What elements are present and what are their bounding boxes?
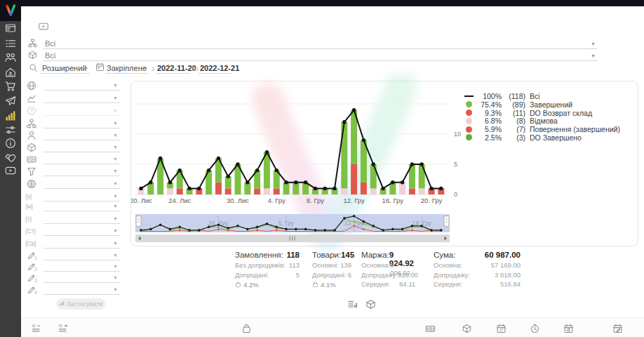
svg-text:ID: ID — [32, 324, 36, 328]
id-sort-desc-icon[interactable]: ID — [32, 324, 43, 334]
chevron-down-icon[interactable]: ▼ — [113, 287, 118, 292]
filter-row-person-icon[interactable]: ▼ — [25, 131, 123, 142]
sidebar-item-orders[interactable] — [5, 38, 16, 49]
calendar-date-icon[interactable]: 17 — [496, 324, 507, 334]
search-mode-select[interactable]: Розширений — [42, 64, 86, 72]
filter-row-4[interactable]: 4▼ — [25, 285, 123, 296]
app-logo[interactable] — [0, 0, 21, 21]
legend-item[interactable]: 2.5%(3)DO Завершено — [464, 133, 635, 142]
navigator-right-handle[interactable] — [444, 216, 449, 227]
chevron-down-icon[interactable]: ▼ — [113, 194, 118, 199]
stats-rows-icon[interactable] — [347, 299, 358, 310]
date-to-label: по — [192, 65, 199, 72]
bag-icon — [235, 281, 241, 289]
chevron-down-icon[interactable]: ▼ — [113, 253, 118, 258]
id-sort-asc-icon[interactable]: ID — [58, 324, 69, 334]
filter-row-{Св}[interactable]: {Св}▼ — [25, 239, 123, 250]
person-icon — [27, 131, 36, 140]
sliders-icon — [5, 124, 16, 136]
chevron-down-icon[interactable]: ▼ — [113, 216, 118, 221]
filter-row-{м}[interactable]: {м}▼ — [25, 201, 123, 213]
chevron-down-icon[interactable]: ▼ — [113, 241, 118, 246]
bar-chart-icon — [5, 110, 16, 121]
sidebar-item-campaigns[interactable] — [5, 95, 16, 107]
chevron-down-icon[interactable]: ▼ — [113, 228, 118, 233]
chevron-down-icon[interactable]: ▼ — [113, 133, 118, 138]
cube-icon[interactable] — [365, 299, 376, 310]
chevron-down-icon[interactable]: ▼ — [113, 264, 118, 269]
sidebar-item-info[interactable] — [5, 138, 16, 149]
chevron-down-icon[interactable]: ▼ — [113, 181, 118, 186]
legend-item[interactable]: 5.9%(7)Повернення (завершений) — [464, 125, 635, 133]
navigator-left-handle[interactable] — [136, 216, 141, 227]
calendar-payment-icon[interactable] — [563, 324, 575, 334]
video-tutorial-button[interactable] — [36, 21, 51, 32]
filter-row-{Ст}[interactable]: {Ст}▼ — [25, 226, 123, 237]
brace-icon: {s} — [25, 193, 32, 200]
chevron-down-icon[interactable]: ▼ — [113, 204, 118, 209]
product-filter-value[interactable]: Всі — [45, 51, 55, 60]
filter-row-package-icon[interactable]: ▼ — [25, 143, 123, 154]
legend-item[interactable]: 6.8%(8)Відмова — [464, 117, 635, 125]
legend-item[interactable]: 75.4%(89)Завершений — [464, 100, 635, 109]
filter-row-3[interactable]: 3▼ — [25, 273, 123, 284]
chevron-down-icon[interactable]: ▼ — [113, 157, 118, 161]
chevron-down-icon[interactable]: ▼ — [113, 145, 118, 150]
stat-title: Сума: — [434, 251, 455, 261]
date-to-input[interactable]: 2022-12-21 — [200, 64, 239, 72]
svg-text:20. Лис: 20. Лис — [131, 197, 152, 204]
stat-subrow: Допродані:6 — [312, 271, 351, 281]
legend-item[interactable]: 100%(118)Всі — [464, 92, 635, 100]
sidebar-item-customers[interactable] — [5, 52, 16, 63]
filter-row-globe-icon[interactable]: ▼ — [25, 81, 123, 92]
cube-icon[interactable] — [462, 324, 473, 334]
chevron-down-icon[interactable]: ▼ — [143, 66, 148, 71]
filter-row-question-icon[interactable]: ▼ — [25, 106, 123, 117]
filter-row-web-icon[interactable]: ▼ — [25, 179, 123, 190]
apply-filters-button[interactable]: Застосувати — [56, 298, 105, 310]
sidebar-item-statistics[interactable] — [5, 110, 16, 121]
chevron-down-icon[interactable]: ▼ — [113, 83, 118, 88]
chevron-down-icon[interactable]: ▼ — [113, 275, 118, 280]
chevron-down-icon[interactable]: ▼ — [113, 121, 118, 126]
bag-icon[interactable] — [241, 324, 253, 334]
filter-row-2[interactable]: 2▼ — [25, 262, 123, 273]
svg-text:ID: ID — [59, 324, 62, 328]
svg-text:0: 0 — [454, 191, 457, 198]
source-filter-value[interactable]: Всі — [45, 39, 55, 48]
filter-row-money-icon[interactable]: ▼ — [25, 154, 123, 166]
calendar-edit-icon[interactable] — [612, 324, 624, 334]
banknote-icon[interactable] — [425, 324, 436, 334]
sidebar-item-video[interactable] — [5, 165, 16, 176]
search-mode-underline — [41, 73, 90, 74]
sidebar-item-cart[interactable] — [5, 81, 16, 92]
chevron-down-icon[interactable]: ▼ — [591, 41, 596, 46]
filter-row-funnel-icon[interactable]: ▼ — [25, 166, 123, 178]
chevron-down-icon[interactable]: ▼ — [591, 53, 596, 58]
calendar-icon — [95, 62, 105, 72]
sidebar-item-settings[interactable] — [5, 124, 16, 136]
clock-icon[interactable] — [530, 324, 541, 334]
cart-icon — [5, 81, 16, 92]
chevron-down-icon[interactable]: ▼ — [113, 95, 118, 100]
sidebar-item-partners[interactable] — [5, 152, 16, 164]
period-mode-select[interactable]: Закріплене — [107, 64, 147, 72]
chevron-down-icon[interactable]: ▼ — [113, 108, 118, 113]
legend-percent: 75.4% — [474, 100, 502, 109]
chevron-down-icon[interactable]: ▼ — [83, 66, 88, 71]
filter-row-trend-icon[interactable]: ▼ — [25, 93, 123, 105]
chevron-down-icon[interactable]: ▼ — [113, 168, 118, 173]
legend-dot-swatch — [466, 118, 472, 124]
sidebar-item-dashboard[interactable] — [5, 22, 16, 34]
svg-text:5: 5 — [454, 161, 457, 168]
brace-icon: {м} — [25, 203, 33, 210]
filter-underline — [43, 260, 121, 260]
video-icon — [5, 165, 16, 176]
filter-row-{т}[interactable]: {т}▼ — [25, 214, 123, 225]
filter-row-1[interactable]: 1▼ — [25, 251, 123, 262]
legend-item[interactable]: 9.3%(11)DO Возврат склад — [464, 109, 635, 117]
filter-row-sitemap-icon[interactable]: ▼ — [25, 119, 123, 130]
date-from-input[interactable]: 2022-11-20 — [157, 64, 196, 72]
sidebar-item-warehouse[interactable] — [5, 67, 16, 78]
navigator-scrollbar[interactable] — [135, 234, 450, 242]
